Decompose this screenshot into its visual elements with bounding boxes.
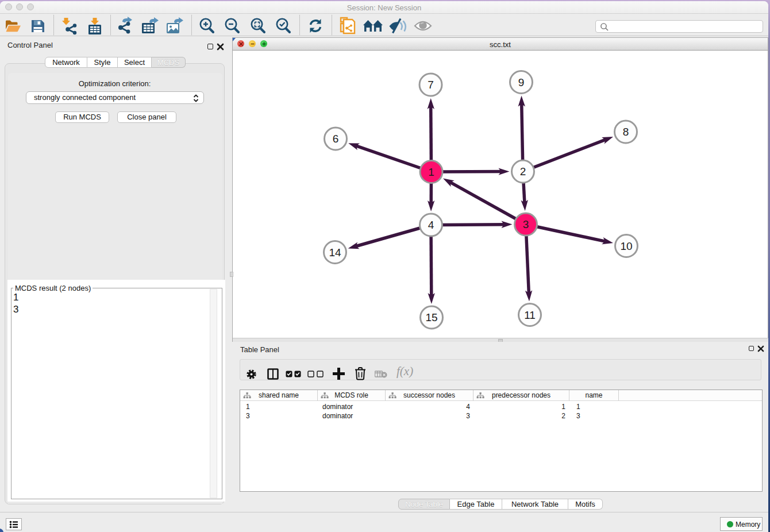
svg-text:4: 4 bbox=[428, 219, 434, 231]
svg-text:10: 10 bbox=[620, 240, 632, 252]
svg-text:2: 2 bbox=[520, 165, 526, 178]
svg-text:8: 8 bbox=[623, 126, 629, 138]
svg-text:9: 9 bbox=[518, 76, 525, 88]
svg-text:7: 7 bbox=[428, 79, 434, 91]
svg-text:11: 11 bbox=[524, 309, 536, 321]
svg-text:6: 6 bbox=[333, 133, 339, 145]
svg-text:3: 3 bbox=[523, 218, 529, 230]
svg-text:14: 14 bbox=[329, 246, 341, 259]
svg-text:1: 1 bbox=[428, 166, 434, 178]
svg-text:15: 15 bbox=[425, 311, 437, 323]
